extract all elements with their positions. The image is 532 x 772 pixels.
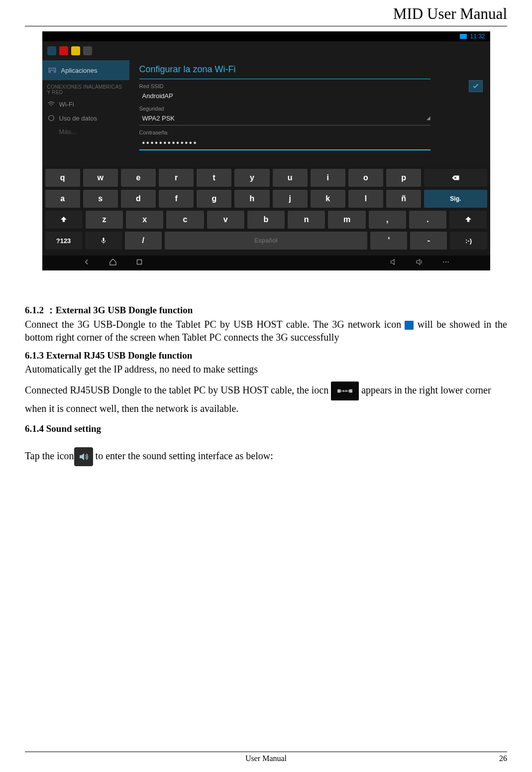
key-j[interactable]: j	[273, 190, 308, 208]
nav-vol-down[interactable]	[389, 257, 398, 268]
footer-rule	[25, 752, 507, 752]
key-m[interactable]: m	[328, 211, 365, 229]
key-l[interactable]: l	[348, 190, 383, 208]
key-next[interactable]: Sig.	[424, 190, 487, 208]
volume-up-icon	[415, 257, 424, 266]
key-c[interactable]: c	[166, 211, 204, 229]
tethering-icon	[47, 65, 57, 75]
key-b[interactable]: b	[247, 211, 285, 229]
hotspot-checkbox[interactable]	[469, 80, 483, 92]
app-icon-1	[47, 46, 56, 55]
key-voice[interactable]	[85, 232, 122, 250]
key-e[interactable]: e	[121, 169, 156, 187]
wifi-icon	[47, 100, 55, 108]
menu-icon	[441, 257, 450, 266]
svg-rect-7	[337, 389, 341, 393]
key-n[interactable]: n	[288, 211, 325, 229]
key-space[interactable]: Español	[165, 232, 367, 250]
key-comma[interactable]: ,	[369, 211, 406, 229]
svg-point-4	[443, 261, 444, 262]
nav-home[interactable]	[108, 257, 117, 268]
key-r[interactable]: r	[159, 169, 194, 187]
sidebar-item-more[interactable]: Más...	[42, 125, 129, 138]
section-614-body: Tap the icon to enter the sound setting …	[25, 447, 507, 466]
shift-icon	[464, 215, 473, 224]
key-emoji[interactable]: :-)	[450, 232, 487, 250]
sidebar-item-wifi[interactable]: Wi-Fi	[42, 97, 129, 111]
security-value: WPA2 PSK	[139, 113, 178, 124]
sidebar-item-label: Uso de datos	[59, 115, 98, 122]
section-612-body: Connect the 3G USB-Dongle to the Tablet …	[25, 318, 507, 344]
key-slash[interactable]: /	[125, 232, 162, 250]
dialog-title: Configurar la zona Wi-Fi	[139, 60, 430, 79]
soft-keyboard: q w e r t y u i o p a s d f g h j k	[42, 166, 490, 256]
key-z[interactable]: z	[86, 211, 123, 229]
back-icon	[82, 257, 91, 266]
password-field[interactable]: •••••••••••••	[139, 136, 430, 150]
mic-icon	[99, 236, 108, 245]
dialog-right-panel	[440, 60, 490, 166]
svg-rect-3	[137, 260, 141, 264]
security-dropdown[interactable]: WPA2 PSK ◢	[139, 112, 430, 126]
recent-icon	[135, 257, 144, 266]
key-dash[interactable]: -	[410, 232, 447, 250]
home-icon	[108, 257, 117, 266]
key-d[interactable]: d	[121, 190, 156, 208]
key-s[interactable]: s	[83, 190, 118, 208]
key-p[interactable]: p	[386, 169, 421, 187]
system-nav-bar	[42, 256, 490, 270]
key-o[interactable]: o	[348, 169, 383, 187]
svg-point-6	[447, 261, 448, 262]
wifi-hotspot-dialog: Configurar la zona Wi-Fi Red SSID Androi…	[129, 60, 440, 166]
key-w[interactable]: w	[83, 169, 118, 187]
key-t[interactable]: t	[197, 169, 231, 187]
sidebar-header-text: Aplicaciones	[61, 67, 98, 74]
dropdown-caret-icon: ◢	[426, 115, 430, 121]
section-613-title: 6.1.3 External RJ45 USB Dongle function	[25, 350, 507, 362]
app-icon-4	[83, 46, 92, 55]
key-shift-right[interactable]	[449, 211, 487, 229]
section-613-body2: Connected RJ45USB Dongle to the tablet P…	[25, 382, 507, 417]
nav-menu[interactable]	[441, 257, 450, 268]
key-apostrophe[interactable]: '	[370, 232, 407, 250]
key-symbols[interactable]: ?123	[45, 232, 82, 250]
status-bar: 11:32	[42, 31, 490, 41]
nav-back[interactable]	[82, 257, 91, 268]
sidebar-item-data[interactable]: Uso de datos	[42, 111, 129, 125]
svg-point-5	[445, 261, 446, 262]
key-f[interactable]: f	[159, 190, 194, 208]
key-enye[interactable]: ñ	[386, 190, 421, 208]
svg-rect-8	[349, 389, 352, 393]
key-a[interactable]: a	[45, 190, 80, 208]
data-usage-icon	[47, 114, 55, 122]
key-y[interactable]: y	[234, 169, 269, 187]
key-u[interactable]: u	[273, 169, 308, 187]
ssid-field[interactable]: AndroidAP	[139, 90, 430, 102]
page-header-title: MID User Manual	[25, 5, 507, 23]
key-shift-left[interactable]	[45, 211, 83, 229]
ssid-label: Red SSID	[139, 83, 430, 89]
key-q[interactable]: q	[45, 169, 80, 187]
section-612-title: 6.1.2 ：External 3G USB Dongle function	[25, 304, 507, 317]
key-period[interactable]: .	[409, 211, 446, 229]
key-h[interactable]: h	[234, 190, 269, 208]
nav-vol-up[interactable]	[415, 257, 424, 268]
shift-icon	[59, 215, 68, 224]
security-label: Seguridad	[139, 106, 430, 112]
key-g[interactable]: g	[197, 190, 231, 208]
key-i[interactable]: i	[311, 169, 345, 187]
document-body: 6.1.2 ：External 3G USB Dongle function C…	[25, 304, 507, 466]
footer-text: User Manual	[25, 754, 507, 763]
key-k[interactable]: k	[311, 190, 345, 208]
status-time: 11:32	[470, 33, 485, 40]
key-x[interactable]: x	[126, 211, 163, 229]
sidebar-header[interactable]: Aplicaciones	[42, 60, 129, 80]
svg-point-1	[48, 116, 54, 121]
android-screenshot: 11:32 Aplicaciones CONEXIONES INALÁMBRIC…	[42, 31, 490, 269]
header-rule	[25, 26, 507, 26]
sidebar-section-label: CONEXIONES INALÁMBRICAS Y RED	[42, 80, 129, 97]
key-v[interactable]: v	[207, 211, 244, 229]
nav-recent[interactable]	[135, 257, 144, 268]
page-number: 26	[499, 754, 507, 763]
key-backspace[interactable]	[424, 169, 487, 187]
